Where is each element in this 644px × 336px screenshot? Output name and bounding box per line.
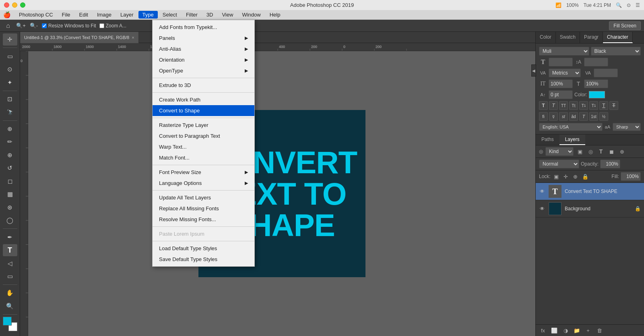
layer-kind-select[interactable]: Kind: [545, 147, 574, 156]
swash-button[interactable]: T: [579, 112, 588, 121]
anti-alias-select[interactable]: Sharp: [613, 123, 641, 131]
menu-update-all-text[interactable]: Update All Text Layers: [153, 192, 254, 203]
marquee-rect-tool[interactable]: ▭: [3, 50, 17, 62]
menu-replace-missing-fonts[interactable]: Replace All Missing Fonts: [153, 203, 254, 214]
menu-load-default-styles[interactable]: Load Default Type Styles: [153, 243, 254, 254]
lasso-tool[interactable]: ⊙: [3, 63, 17, 75]
menu-help[interactable]: Help: [266, 11, 285, 19]
quick-select-tool[interactable]: ✦: [3, 76, 17, 88]
pen-tool[interactable]: ✒: [3, 231, 17, 243]
bold-button[interactable]: T: [539, 101, 548, 110]
opacity-input[interactable]: [600, 160, 620, 168]
blur-tool[interactable]: ⊛: [3, 201, 17, 213]
eraser-tool[interactable]: ◻: [3, 175, 17, 187]
eyedropper-tool[interactable]: 🔭: [3, 106, 17, 118]
titling-alt-button[interactable]: 1st: [589, 112, 598, 121]
add-layer-button[interactable]: +: [584, 326, 592, 334]
zoom-in-button[interactable]: 🔍+: [16, 21, 26, 31]
layer-item-text[interactable]: 👁 T Convert Text TO SHAPE: [536, 183, 644, 200]
path-selection-tool[interactable]: ◁: [3, 257, 17, 269]
menu-create-work-path[interactable]: Create Work Path: [153, 94, 254, 105]
blend-mode-select[interactable]: Normal: [539, 160, 579, 168]
tab-color[interactable]: Color: [536, 32, 556, 43]
menu-filter[interactable]: Filter: [182, 11, 202, 19]
contextual-button[interactable]: ½: [599, 112, 608, 121]
add-mask-button[interactable]: ⬜: [550, 326, 558, 334]
font-family-select[interactable]: Muli: [539, 47, 589, 56]
menu-rasterize[interactable]: Rasterize Type Layer: [153, 120, 254, 131]
history-brush-tool[interactable]: ↺: [3, 162, 17, 174]
oldstyle-button[interactable]: st: [559, 112, 568, 121]
menu-file[interactable]: File: [58, 11, 74, 19]
layer-visibility-eye[interactable]: 👁: [539, 188, 545, 195]
tab-character[interactable]: Character: [603, 32, 633, 43]
menu-select[interactable]: Select: [159, 11, 181, 19]
maximize-button[interactable]: [20, 2, 25, 8]
search-icon[interactable]: 🔍: [616, 2, 622, 8]
menu-3d[interactable]: 3D: [202, 11, 217, 19]
fill-input[interactable]: [621, 172, 641, 181]
scale-v-input[interactable]: [549, 79, 573, 88]
scale-h-input[interactable]: [584, 79, 608, 88]
shape-tool[interactable]: ▭: [3, 270, 17, 282]
minimize-button[interactable]: [12, 2, 17, 8]
tab-swatch[interactable]: Swatch: [556, 32, 580, 43]
canvas-viewport[interactable]: CONVERT TEXT TO SHAPE: [28, 51, 535, 336]
kerning-select[interactable]: Metrics: [549, 68, 581, 77]
menu-panels[interactable]: Panels ▶: [153, 33, 254, 44]
layer-fx-button[interactable]: fx: [539, 326, 547, 334]
font-size-input[interactable]: [549, 58, 573, 66]
brush-tool[interactable]: ✏: [3, 136, 17, 148]
lock-all-button[interactable]: 🔒: [581, 172, 589, 180]
menu-image[interactable]: Image: [93, 11, 116, 19]
menu-language-options[interactable]: Language Options ▶: [153, 178, 254, 189]
menu-orientation[interactable]: Orientation ▶: [153, 54, 254, 65]
subscript-button[interactable]: T1: [589, 101, 598, 110]
dodge-tool[interactable]: ◯: [3, 214, 17, 226]
font-style-select[interactable]: Black: [591, 47, 641, 56]
lock-artboard-button[interactable]: ⊕: [572, 172, 580, 180]
leading-input[interactable]: [584, 58, 608, 66]
gradient-tool[interactable]: ▦: [3, 188, 17, 200]
foreground-color-swatch[interactable]: [3, 317, 12, 326]
menu-type[interactable]: Type: [138, 11, 158, 19]
strikethrough-button[interactable]: T: [609, 101, 618, 110]
baseline-input[interactable]: [549, 90, 573, 99]
menu-warp-text[interactable]: Warp Text...: [153, 141, 254, 152]
menu-photoshop[interactable]: Photoshop CC: [15, 11, 57, 19]
menu-add-fonts[interactable]: Add Fonts from Typekit...: [153, 22, 254, 33]
delete-layer-button[interactable]: 🗑: [595, 326, 603, 334]
language-select[interactable]: English: USA: [539, 123, 603, 131]
tracking-input[interactable]: [594, 68, 618, 77]
tab-paragraph[interactable]: Paragr: [580, 32, 603, 43]
menu-view[interactable]: View: [218, 11, 237, 19]
menu-font-preview-size[interactable]: Font Preview Size ▶: [153, 167, 254, 178]
move-tool[interactable]: ✛: [3, 33, 17, 46]
italic-button[interactable]: T: [549, 101, 558, 110]
document-tab[interactable]: Untitled-1 @ 33.3% (Convert Text TO SHAP…: [20, 32, 139, 43]
add-adjustment-button[interactable]: ◑: [561, 326, 570, 334]
layer-visibility-eye-bg[interactable]: 👁: [539, 205, 545, 212]
all-caps-button[interactable]: TT: [559, 101, 568, 110]
menu-convert-to-shape[interactable]: Convert to Shape: [153, 105, 254, 116]
hand-tool[interactable]: ✋: [3, 287, 17, 299]
text-color-swatch[interactable]: [589, 91, 605, 98]
layer-adjust-filter[interactable]: ◎: [586, 147, 594, 156]
menu-anti-alias[interactable]: Anti-Alias ▶: [153, 44, 254, 54]
discretionary-ligature-button[interactable]: ☿: [549, 112, 558, 121]
panel-collapse-toggle[interactable]: ◀: [531, 64, 536, 77]
tab-layers[interactable]: Layers: [559, 135, 585, 145]
lock-position-button[interactable]: ✛: [562, 172, 570, 180]
menu-extrude-3d[interactable]: Extrude to 3D: [153, 80, 254, 91]
superscript-button[interactable]: T1: [579, 101, 588, 110]
layer-shape-filter[interactable]: ◼: [607, 147, 615, 156]
apple-menu[interactable]: 🍎: [3, 11, 11, 19]
ligature-button[interactable]: fi: [539, 112, 548, 121]
zoom-tool[interactable]: 🔍: [3, 300, 17, 312]
menu-convert-paragraph[interactable]: Convert to Paragraph Text: [153, 131, 254, 141]
home-button[interactable]: ⌂: [3, 21, 13, 31]
resize-windows-checkbox[interactable]: Resize Windows to Fit: [42, 23, 96, 29]
stamp-tool[interactable]: ⊕: [3, 149, 17, 161]
menu-save-default-styles[interactable]: Save Default Type Styles: [153, 254, 254, 265]
lock-pixels-button[interactable]: ▣: [552, 172, 560, 180]
